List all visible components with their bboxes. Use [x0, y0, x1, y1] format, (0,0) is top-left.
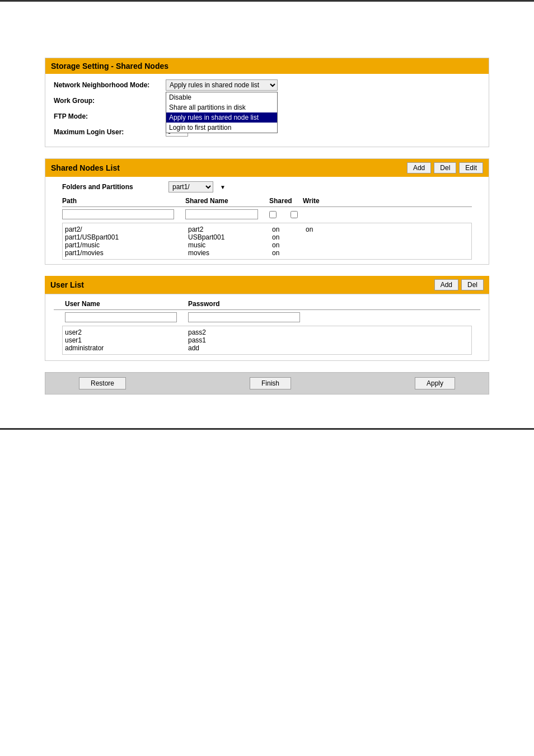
write-header: Write	[303, 197, 331, 205]
shared-nodes-title: Shared Nodes List	[51, 163, 120, 172]
ftp-mode-label: FTP Mode:	[54, 111, 166, 120]
folders-label: Folders and Partitions	[62, 183, 163, 191]
path-header: Path	[62, 197, 185, 205]
shared-on-header: Shared	[269, 197, 303, 205]
network-neighborhood-row: Network Neighborhood Mode: Apply rules i…	[54, 79, 480, 91]
network-neighborhood-dropdown[interactable]: Disable Share all partitions in disk App…	[166, 92, 278, 133]
user-list-header: User List Add Del	[45, 276, 489, 294]
dropdown-option-apply-rules[interactable]: Apply rules in shared node list	[166, 112, 277, 123]
user-passwords: pass2 pass1 add	[188, 328, 311, 352]
data-write-values: on	[306, 226, 334, 257]
user-name-input[interactable]	[65, 312, 177, 322]
path-input[interactable]	[62, 209, 174, 219]
nodes-input-row	[62, 209, 472, 219]
shared-checkbox[interactable]	[269, 211, 277, 218]
user-names: user2 user1 administrator	[65, 328, 188, 352]
max-login-label: Maximum Login User:	[54, 126, 166, 136]
bottom-border	[0, 428, 534, 430]
password-input[interactable]	[188, 312, 300, 322]
table-row: part2/ part1/USBpart001 part1/music part…	[65, 226, 469, 257]
user-list-title: User List	[50, 280, 84, 289]
network-neighborhood-control: Apply rules in shared node list Disable …	[166, 79, 480, 91]
partition-dropdown-arrow: ▼	[220, 184, 226, 190]
storage-setting-box: Storage Setting - Shared Nodes Network N…	[45, 58, 489, 147]
shared-nodes-box: Shared Nodes List Add Del Edit Folders a…	[45, 158, 489, 265]
shared-nodes-inner: Folders and Partitions part1/ ▼ Path Sha…	[45, 177, 489, 264]
dropdown-option-share-all[interactable]: Share all partitions in disk	[166, 102, 277, 112]
shared-name-input[interactable]	[185, 209, 258, 219]
nodes-data-rows: part2/ part1/USBpart001 part1/music part…	[62, 223, 472, 260]
user-list-box: User List Add Del User Name Password	[45, 276, 489, 361]
storage-setting-inner: Network Neighborhood Mode: Apply rules i…	[45, 74, 489, 147]
user-list-buttons: Add Del	[434, 279, 484, 290]
user-table-headers: User Name Password	[54, 300, 480, 310]
shared-nodes-header: Shared Nodes List Add Del Edit	[45, 159, 489, 177]
shared-name-header: Shared Name	[185, 197, 269, 205]
table-row: user2 user1 administrator pass2 pass1 ad…	[65, 328, 469, 352]
user-list-del-button[interactable]: Del	[461, 279, 484, 290]
restore-button[interactable]: Restore	[79, 377, 126, 389]
dropdown-option-disable[interactable]: Disable	[166, 92, 277, 102]
shared-nodes-del-button[interactable]: Del	[434, 162, 456, 173]
page-content: Storage Setting - Shared Nodes Network N…	[0, 35, 534, 417]
user-data-rows: user2 user1 administrator pass2 pass1 ad…	[62, 326, 472, 355]
user-input-row	[54, 312, 480, 322]
network-neighborhood-label: Network Neighborhood Mode:	[54, 79, 166, 89]
data-shared-values: on on on on	[272, 226, 306, 257]
shared-nodes-buttons: Add Del Edit	[407, 162, 483, 173]
shared-nodes-add-button[interactable]: Add	[407, 162, 431, 173]
network-neighborhood-select[interactable]: Apply rules in shared node list	[166, 79, 278, 91]
top-spacer	[0, 2, 534, 35]
user-list-add-button[interactable]: Add	[434, 279, 458, 290]
data-paths: part2/ part1/USBpart001 part1/music part…	[65, 226, 188, 257]
dropdown-option-login-first[interactable]: Login to first partition	[166, 123, 277, 133]
user-table-section: User Name Password user2 user1 administr…	[45, 294, 489, 361]
user-name-header: User Name	[65, 300, 188, 308]
apply-button[interactable]: Apply	[415, 377, 455, 389]
data-shared-names: part2 USBpart001 music movies	[188, 226, 272, 257]
shared-nodes-edit-button[interactable]: Edit	[459, 162, 483, 173]
bottom-bar: Restore Finish Apply	[45, 372, 489, 395]
folders-row: Folders and Partitions part1/ ▼	[62, 181, 472, 192]
finish-button[interactable]: Finish	[250, 377, 291, 389]
work-group-label: Work Group:	[54, 95, 166, 105]
nodes-table-headers: Path Shared Name Shared Write	[62, 197, 472, 207]
partition-select[interactable]: part1/	[168, 181, 213, 192]
write-checkbox[interactable]	[291, 211, 298, 218]
password-header: Password	[188, 300, 311, 308]
storage-setting-title: Storage Setting - Shared Nodes	[45, 58, 489, 74]
